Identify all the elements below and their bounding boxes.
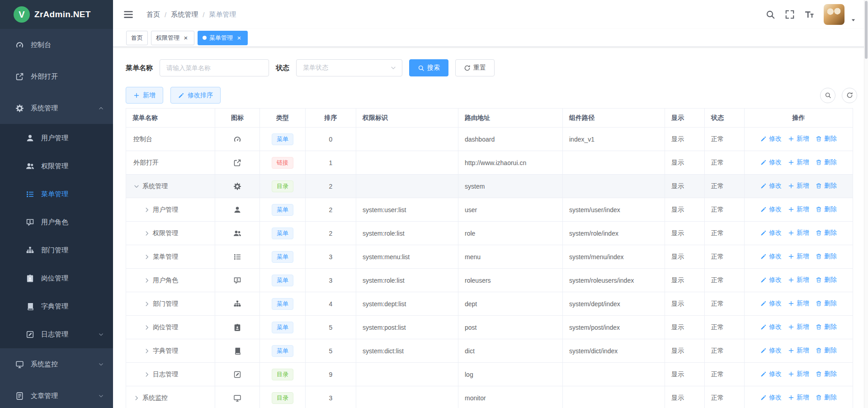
add-action[interactable]: 新增 [788,276,809,284]
plus-icon [133,92,140,99]
add-action[interactable]: 新增 [788,346,809,355]
delete-action[interactable]: 删除 [816,135,837,143]
sidebar-item[interactable]: 权限管理 [0,152,113,180]
sidebar-item[interactable]: 字典管理 [0,292,113,320]
sidebar-item[interactable]: 系统监控 [0,348,113,380]
edit-sort-button[interactable]: 修改排序 [170,87,221,104]
font-size-icon[interactable] [804,9,814,19]
table-row: 岗位管理菜单5system:post:listpostsystem/post/i… [126,316,853,339]
tree-caret-down-icon[interactable] [133,183,140,190]
add-button-label: 新增 [143,91,156,100]
sidebar-item[interactable]: 外部打开 [0,61,113,92]
sidebar-item[interactable]: 岗位管理 [0,264,113,292]
header-search-icon[interactable] [765,9,775,19]
tab-close-icon[interactable]: × [236,34,243,41]
add-action[interactable]: 新增 [788,182,809,190]
column-header: 图标 [215,109,260,128]
edit-action[interactable]: 修改 [760,252,782,261]
cell-component: system/dept/index [563,292,665,316]
delete-action[interactable]: 删除 [816,370,837,378]
user-avatar[interactable] [824,4,844,25]
action-label: 修改 [769,135,782,143]
sidebar-item[interactable]: 文章管理 [0,380,113,408]
sidebar-item[interactable]: 部门管理 [0,236,113,264]
edit-action[interactable]: 修改 [760,135,782,143]
table-refresh-button[interactable] [842,88,857,103]
cell-order: 2 [306,175,356,198]
add-action[interactable]: 新增 [788,252,809,261]
delete-action[interactable]: 删除 [816,205,837,213]
scrollbar-thumb[interactable] [865,1,868,59]
edit-icon [760,230,767,236]
sidebar-item[interactable]: 日志管理 [0,320,113,348]
edit-action[interactable]: 修改 [760,323,782,331]
breadcrumb-item[interactable]: 首页 [146,10,160,19]
tab[interactable]: 首页 [126,31,148,45]
tree-caret-right-icon[interactable] [144,207,150,213]
edit-action[interactable]: 修改 [760,276,782,284]
edit-action[interactable]: 修改 [760,370,782,378]
delete-action[interactable]: 删除 [816,276,837,284]
tab[interactable]: 菜单管理× [198,31,248,45]
tab-close-icon[interactable]: × [182,34,189,41]
delete-action[interactable]: 删除 [816,252,837,261]
delete-action[interactable]: 删除 [816,394,837,402]
edit-action[interactable]: 修改 [760,394,782,402]
sidebar-item[interactable]: 用户角色 [0,208,113,236]
fullscreen-icon[interactable] [785,9,795,19]
add-action[interactable]: 新增 [788,299,809,308]
delete-action[interactable]: 删除 [816,346,837,355]
breadcrumb-item[interactable]: 系统管理 [171,10,198,19]
add-action[interactable]: 新增 [788,205,809,213]
tree-caret-right-icon[interactable] [144,277,150,284]
page-scrollbar[interactable] [864,0,868,408]
search-button[interactable]: 搜索 [409,59,448,76]
delete-action[interactable]: 删除 [816,229,837,237]
cell-actions: 修改新增删除 [745,339,853,363]
add-action[interactable]: 新增 [788,229,809,237]
add-action[interactable]: 新增 [788,323,809,331]
sidebar-item[interactable]: 控制台 [0,29,113,61]
cell-actions: 修改新增删除 [745,386,853,408]
tree-caret-right-icon[interactable] [144,371,150,378]
reset-button[interactable]: 重置 [455,59,495,76]
tree-caret-right-icon[interactable] [144,348,150,354]
sidebar-item-label: 权限管理 [41,162,68,171]
menu-name-input[interactable] [160,59,269,76]
edit-action[interactable]: 修改 [760,158,782,166]
sidebar-item[interactable]: 菜单管理 [0,180,113,208]
action-label: 修改 [769,205,782,213]
add-action[interactable]: 新增 [788,394,809,402]
add-action[interactable]: 新增 [788,135,809,143]
sidebar-item[interactable]: 系统管理 [0,92,113,124]
tab[interactable]: 权限管理× [151,31,194,45]
delete-action[interactable]: 删除 [816,299,837,308]
add-action[interactable]: 新增 [788,158,809,166]
add-button[interactable]: 新增 [126,87,163,104]
edit-action[interactable]: 修改 [760,229,782,237]
cell-menu-name: 部门管理 [126,292,215,316]
tree-caret-right-icon[interactable] [144,230,150,237]
edit-action[interactable]: 修改 [760,346,782,355]
table-search-button[interactable] [820,88,835,103]
delete-action[interactable]: 删除 [816,182,837,190]
status-select[interactable]: 菜单状态 [296,59,402,76]
tree-caret-right-icon[interactable] [144,324,150,331]
edit-action[interactable]: 修改 [760,299,782,308]
cell-menu-name: 权限管理 [126,222,215,245]
cell-status: 正常 [705,175,745,198]
sidebar-toggle-icon[interactable] [123,9,134,20]
add-action[interactable]: 新增 [788,370,809,378]
action-label: 新增 [797,276,809,284]
tree-caret-right-icon[interactable] [144,301,150,307]
edit-action[interactable]: 修改 [760,205,782,213]
delete-action[interactable]: 删除 [816,323,837,331]
plus-icon [788,183,794,189]
avatar-caret-icon[interactable] [850,17,856,23]
tree-caret-right-icon[interactable] [144,254,150,260]
cell-menu-name: 控制台 [126,128,215,151]
edit-action[interactable]: 修改 [760,182,782,190]
sidebar-item[interactable]: 用户管理 [0,124,113,152]
delete-action[interactable]: 删除 [816,158,837,166]
tree-caret-right-icon[interactable] [133,395,140,401]
